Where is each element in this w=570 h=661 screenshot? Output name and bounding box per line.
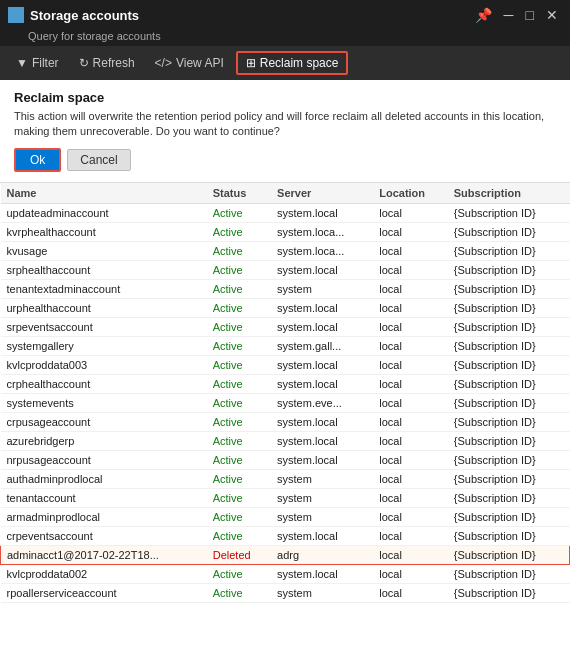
table-row[interactable]: azurebridgerpActivesystem.locallocal{Sub…: [1, 431, 570, 450]
cell-location: local: [373, 374, 448, 393]
cell-location: local: [373, 583, 448, 602]
cell-server: system.local: [271, 526, 373, 545]
subtitle-text: Query for storage accounts: [28, 30, 161, 42]
cell-server: system.local: [271, 431, 373, 450]
cell-status: Active: [207, 222, 271, 241]
cell-location: local: [373, 431, 448, 450]
cell-status: Active: [207, 241, 271, 260]
cell-server: system.local: [271, 564, 373, 583]
table-row[interactable]: systemeventsActivesystem.eve...local{Sub…: [1, 393, 570, 412]
view-api-label: View API: [176, 56, 224, 70]
cell-status: Active: [207, 203, 271, 222]
ok-button[interactable]: Ok: [14, 148, 61, 172]
table-row[interactable]: kvusageActivesystem.loca...local{Subscri…: [1, 241, 570, 260]
cell-status: Active: [207, 526, 271, 545]
cell-server: system.local: [271, 450, 373, 469]
cell-server: adrg: [271, 545, 373, 564]
cell-name: kvlcproddata003: [1, 355, 207, 374]
cell-subscription: {Subscription ID}: [448, 488, 570, 507]
main-window: Storage accounts 📌 ─ □ ✕ Query for stora…: [0, 0, 570, 661]
cell-subscription: {Subscription ID}: [448, 393, 570, 412]
cell-status: Active: [207, 469, 271, 488]
view-api-icon: </>: [155, 56, 172, 70]
cell-name: authadminprodlocal: [1, 469, 207, 488]
cell-name: kvlcproddata002: [1, 564, 207, 583]
table-row[interactable]: srphealthaccountActivesystem.locallocal{…: [1, 260, 570, 279]
cell-location: local: [373, 450, 448, 469]
table-row[interactable]: urphealthaccountActivesystem.locallocal{…: [1, 298, 570, 317]
col-name: Name: [1, 183, 207, 204]
cell-status: Active: [207, 374, 271, 393]
cell-location: local: [373, 393, 448, 412]
cell-status: Active: [207, 298, 271, 317]
cell-name: kvusage: [1, 241, 207, 260]
cell-subscription: {Subscription ID}: [448, 203, 570, 222]
minimize-button[interactable]: ─: [500, 7, 518, 23]
table-row[interactable]: updateadminaccountActivesystem.localloca…: [1, 203, 570, 222]
cell-location: local: [373, 260, 448, 279]
reclaim-label: Reclaim space: [260, 56, 339, 70]
table-row[interactable]: tenantaccountActivesystemlocal{Subscript…: [1, 488, 570, 507]
cell-subscription: {Subscription ID}: [448, 507, 570, 526]
cell-subscription: {Subscription ID}: [448, 374, 570, 393]
cell-status: Active: [207, 450, 271, 469]
cell-server: system: [271, 583, 373, 602]
cell-server: system: [271, 279, 373, 298]
storage-table: Name Status Server Location Subscription…: [0, 183, 570, 603]
cell-location: local: [373, 336, 448, 355]
cell-status: Active: [207, 507, 271, 526]
cell-location: local: [373, 564, 448, 583]
cell-name: tenantaccount: [1, 488, 207, 507]
view-api-button[interactable]: </> View API: [147, 53, 232, 73]
col-server: Server: [271, 183, 373, 204]
pin-button[interactable]: 📌: [471, 7, 496, 23]
cell-status: Active: [207, 564, 271, 583]
cell-name: srpeventsaccount: [1, 317, 207, 336]
table-row[interactable]: kvrphealthaccountActivesystem.loca...loc…: [1, 222, 570, 241]
refresh-button[interactable]: ↻ Refresh: [71, 53, 143, 73]
table-row[interactable]: tenantextadminaccountActivesystemlocal{S…: [1, 279, 570, 298]
table-row[interactable]: crpusageaccountActivesystem.locallocal{S…: [1, 412, 570, 431]
col-status: Status: [207, 183, 271, 204]
cell-name: kvrphealthaccount: [1, 222, 207, 241]
table-row[interactable]: nrpusageaccountActivesystem.locallocal{S…: [1, 450, 570, 469]
cancel-button[interactable]: Cancel: [67, 149, 130, 171]
cell-server: system.loca...: [271, 241, 373, 260]
table-row[interactable]: srpeventsaccountActivesystem.locallocal{…: [1, 317, 570, 336]
cell-subscription: {Subscription ID}: [448, 317, 570, 336]
cell-location: local: [373, 241, 448, 260]
cell-location: local: [373, 222, 448, 241]
maximize-button[interactable]: □: [522, 7, 538, 23]
refresh-label: Refresh: [93, 56, 135, 70]
cell-name: crphealthaccount: [1, 374, 207, 393]
table-row[interactable]: kvlcproddata002Activesystem.locallocal{S…: [1, 564, 570, 583]
cell-subscription: {Subscription ID}: [448, 412, 570, 431]
cell-status: Active: [207, 260, 271, 279]
cell-status: Active: [207, 431, 271, 450]
table-row[interactable]: adminacct1@2017-02-22T18...Deletedadrglo…: [1, 545, 570, 564]
cell-name: rpoallerserviceaccount: [1, 583, 207, 602]
toolbar: ▼ Filter ↻ Refresh </> View API ⊞ Reclai…: [0, 46, 570, 80]
table-row[interactable]: armadminprodlocalActivesystemlocal{Subsc…: [1, 507, 570, 526]
close-button[interactable]: ✕: [542, 7, 562, 23]
table-row[interactable]: kvlcproddata003Activesystem.locallocal{S…: [1, 355, 570, 374]
cell-subscription: {Subscription ID}: [448, 431, 570, 450]
filter-button[interactable]: ▼ Filter: [8, 53, 67, 73]
table-container[interactable]: Name Status Server Location Subscription…: [0, 183, 570, 661]
cell-name: crpeventsaccount: [1, 526, 207, 545]
cell-subscription: {Subscription ID}: [448, 222, 570, 241]
table-row[interactable]: systemgalleryActivesystem.gall...local{S…: [1, 336, 570, 355]
table-row[interactable]: rpoallerserviceaccountActivesystemlocal{…: [1, 583, 570, 602]
title-controls: 📌 ─ □ ✕: [471, 7, 562, 23]
cell-status: Active: [207, 412, 271, 431]
reclaim-button[interactable]: ⊞ Reclaim space: [236, 51, 349, 75]
table-row[interactable]: crphealthaccountActivesystem.locallocal{…: [1, 374, 570, 393]
filter-label: Filter: [32, 56, 59, 70]
cell-name: srphealthaccount: [1, 260, 207, 279]
table-row[interactable]: crpeventsaccountActivesystem.locallocal{…: [1, 526, 570, 545]
table-header-row: Name Status Server Location Subscription: [1, 183, 570, 204]
table-row[interactable]: authadminprodlocalActivesystemlocal{Subs…: [1, 469, 570, 488]
cell-location: local: [373, 507, 448, 526]
alert-box: Reclaim space This action will overwrite…: [0, 80, 570, 183]
cell-name: armadminprodlocal: [1, 507, 207, 526]
